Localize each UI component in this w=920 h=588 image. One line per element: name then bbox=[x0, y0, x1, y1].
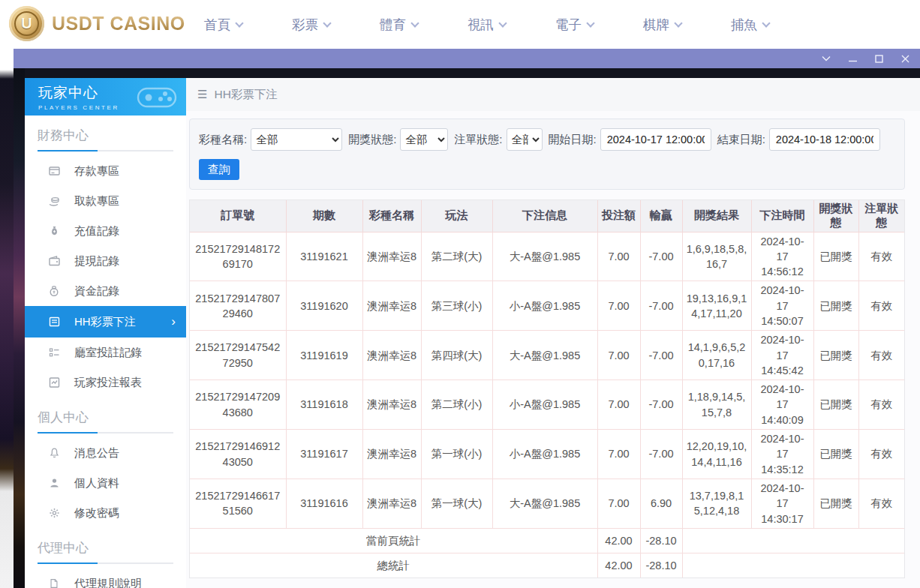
cell-lottery-name: 澳洲幸运8 bbox=[362, 281, 421, 331]
cell-order-status: 有效 bbox=[858, 430, 904, 479]
cell-period: 31191621 bbox=[286, 232, 362, 281]
chevron-down-icon bbox=[498, 19, 507, 27]
table-body: 2152172914817269170 31191621 澳洲幸运8 第二球(大… bbox=[190, 232, 904, 578]
col-draw-result: 開獎結果 bbox=[682, 200, 751, 232]
summary-bet-amount: 42.00 bbox=[597, 528, 640, 553]
summary-win-loss: -28.10 bbox=[640, 553, 682, 578]
cell-bet-amount: 7.00 bbox=[597, 430, 640, 479]
end-date-input[interactable] bbox=[769, 128, 880, 151]
table-row[interactable]: 2152172914720943680 31191618 澳洲幸运8 第二球(小… bbox=[190, 380, 904, 430]
sidebar-item-deposit[interactable]: 存款專區 bbox=[25, 156, 186, 186]
window-collapse-icon[interactable] bbox=[822, 56, 831, 62]
sidebar-item-recharge-records[interactable]: 充值記錄 bbox=[25, 216, 186, 246]
document-icon bbox=[47, 578, 61, 588]
draw-status-select[interactable]: 全部 bbox=[400, 128, 448, 151]
section-underline bbox=[38, 150, 173, 152]
nav-item-sports[interactable]: 體育 bbox=[380, 16, 418, 34]
start-date-label: 開始日期: bbox=[549, 133, 597, 147]
sidebar-item-change-password[interactable]: 修改密碼 bbox=[25, 498, 186, 528]
col-win-loss: 輸贏 bbox=[640, 200, 682, 232]
gamepad-icon bbox=[134, 82, 180, 112]
sidebar-item-withdraw-records[interactable]: 提現記錄 bbox=[25, 246, 186, 276]
cell-play-type: 第二球(大) bbox=[421, 232, 492, 281]
sidebar-item-profile[interactable]: 個人資料 bbox=[25, 468, 186, 498]
cell-play-type: 第四球(大) bbox=[421, 331, 492, 380]
table-row[interactable]: 2152172914754272950 31191619 澳洲幸运8 第四球(大… bbox=[190, 331, 904, 380]
sidebar-item-hh-lottery-bets[interactable]: HH彩票下注 › bbox=[25, 306, 186, 338]
nav-item-live[interactable]: 視訊 bbox=[468, 16, 506, 34]
cell-order-status: 有效 bbox=[858, 331, 904, 380]
table-row[interactable]: 2152172914661751560 31191616 澳洲幸运8 第一球(大… bbox=[190, 478, 904, 528]
table-row[interactable]: 2152172914780729460 31191620 澳洲幸运8 第三球(小… bbox=[190, 281, 904, 331]
cell-period: 31191620 bbox=[286, 281, 362, 331]
cell-bet-info: 小-A盤@1.985 bbox=[492, 380, 597, 430]
cell-order-status: 有效 bbox=[858, 478, 904, 528]
money-bag-icon bbox=[47, 225, 61, 237]
section-title-personal: 個人中心 bbox=[38, 409, 186, 426]
purse-icon bbox=[47, 285, 61, 297]
cell-win-loss: -7.00 bbox=[640, 281, 682, 331]
cell-order-no: 2152172914754272950 bbox=[190, 331, 286, 380]
nav-item-boardgames[interactable]: 棋牌 bbox=[643, 16, 681, 34]
cell-bet-info: 大-A盤@1.985 bbox=[492, 232, 597, 281]
nav-item-slots[interactable]: 電子 bbox=[555, 16, 594, 34]
cell-order-no: 2152172914720943680 bbox=[190, 380, 286, 430]
finance-menu: 存款專區 取款專區 充值記錄 提現記錄 資金記錄 bbox=[25, 156, 186, 398]
sidebar-item-announcements[interactable]: 消息公告 bbox=[25, 438, 186, 468]
nav-item-fishing[interactable]: 捕魚 bbox=[731, 16, 769, 34]
cell-bet-time: 2024-10-17 14:56:12 bbox=[751, 232, 813, 281]
main-content: ☰ HH彩票下注 彩種名稱: 全部 開獎狀態: 全部 注單狀態: 全部 開始日期… bbox=[186, 78, 920, 588]
sidebar-item-withdraw[interactable]: 取款專區 bbox=[25, 186, 186, 216]
start-date-input[interactable] bbox=[600, 128, 711, 151]
summary-bet-amount: 42.00 bbox=[597, 553, 640, 578]
sidebar-item-agent-rules[interactable]: 代理規則說明 bbox=[25, 568, 186, 588]
table-row[interactable]: 2152172914817269170 31191621 澳洲幸运8 第二球(大… bbox=[190, 232, 904, 281]
cell-bet-time: 2024-10-17 14:50:07 bbox=[751, 281, 813, 331]
cell-order-no: 2152172914661751560 bbox=[190, 478, 286, 528]
cell-bet-time: 2024-10-17 14:45:42 bbox=[751, 331, 813, 380]
cell-draw-status: 已開獎 bbox=[813, 478, 858, 528]
cell-order-status: 有效 bbox=[858, 232, 904, 281]
nav-item-home[interactable]: 首頁 bbox=[204, 16, 242, 34]
brand-name: USDT CASINO bbox=[52, 13, 185, 34]
main-nav: 首頁 彩票 體育 視訊 電子 棋牌 捕魚 bbox=[204, 0, 769, 49]
sidebar-header: 玩家中心 PLAYERS CENTER bbox=[25, 78, 186, 116]
nav-item-lottery[interactable]: 彩票 bbox=[292, 16, 330, 34]
cell-period: 31191619 bbox=[286, 331, 362, 380]
sidebar-item-room-bet-records[interactable]: 廳室投註記錄 bbox=[25, 338, 186, 368]
chevron-down-icon bbox=[674, 19, 682, 27]
search-button[interactable]: 查詢 bbox=[199, 159, 239, 180]
cell-draw-status: 已開獎 bbox=[813, 380, 858, 430]
table-row[interactable]: 2152172914691243050 31191617 澳洲幸运8 第一球(小… bbox=[190, 430, 904, 479]
cell-draw-result: 1,18,9,14,5,15,7,8 bbox=[682, 380, 751, 430]
cell-draw-status: 已開獎 bbox=[813, 331, 858, 380]
bell-icon bbox=[47, 447, 61, 459]
background-page-strip bbox=[0, 49, 14, 588]
list-checklist-icon bbox=[47, 346, 61, 358]
wallet-icon bbox=[47, 255, 61, 267]
cell-order-no: 2152172914817269170 bbox=[190, 232, 286, 281]
section-underline bbox=[38, 432, 173, 434]
filter-panel: 彩種名稱: 全部 開獎狀態: 全部 注單狀態: 全部 開始日期: 結束日期: 查… bbox=[189, 118, 905, 190]
sidebar: 玩家中心 PLAYERS CENTER 財務中心 存款專區 取款專區 bbox=[25, 78, 186, 588]
brand-logo[interactable]: U USDT CASINO bbox=[9, 6, 185, 41]
end-date-label: 結束日期: bbox=[717, 133, 765, 147]
lottery-name-select[interactable]: 全部 bbox=[251, 128, 342, 151]
coin-letter: U bbox=[14, 11, 39, 36]
window-close-icon[interactable] bbox=[901, 55, 909, 63]
chevron-down-icon bbox=[323, 19, 331, 27]
hamburger-icon[interactable]: ☰ bbox=[197, 88, 207, 101]
window-minimize-icon[interactable] bbox=[849, 55, 857, 63]
window-maximize-icon[interactable] bbox=[875, 55, 883, 63]
cell-lottery-name: 澳洲幸运8 bbox=[362, 478, 421, 528]
order-status-select[interactable]: 全部 bbox=[507, 128, 543, 151]
section-title-finance: 財務中心 bbox=[38, 127, 186, 144]
cell-draw-result: 13,7,19,8,15,12,4,18 bbox=[682, 478, 751, 528]
summary-win-loss: -28.10 bbox=[640, 528, 682, 553]
filter-row: 彩種名稱: 全部 開獎狀態: 全部 注單狀態: 全部 開始日期: 結束日期: bbox=[199, 128, 897, 151]
sidebar-item-fund-records[interactable]: 資金記錄 bbox=[25, 276, 186, 306]
cell-draw-result: 14,1,9,6,5,20,17,16 bbox=[682, 331, 751, 380]
chevron-right-icon: › bbox=[171, 314, 176, 329]
sidebar-item-player-bet-report[interactable]: 玩家投注報表 bbox=[25, 368, 186, 398]
col-draw-status: 開獎狀態 bbox=[813, 200, 858, 232]
